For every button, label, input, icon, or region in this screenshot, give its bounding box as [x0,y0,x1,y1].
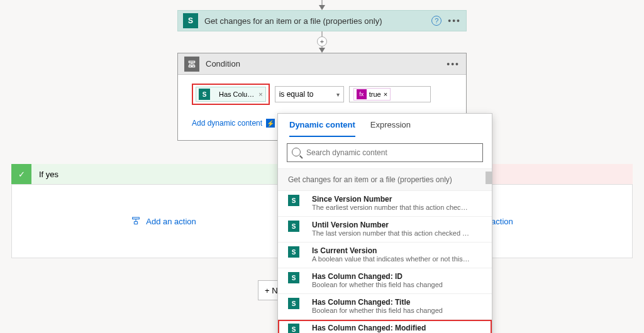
condition-header[interactable]: Condition ••• [178,53,466,75]
trigger-card[interactable]: S Get changes for an item or a file (pro… [177,10,467,31]
dynamic-content-label: Add dynamic content [192,119,262,128]
condition-right-operand[interactable]: fx true × [349,86,431,102]
list-item[interactable]: S Until Version NumberThe last version n… [278,217,492,243]
item-title: Until Version Number [312,221,470,229]
item-desc: Boolean for whether this field has chang… [312,307,443,314]
item-desc: The earliest version number that this ac… [312,204,470,211]
new-step-label: + N [265,286,278,295]
dynamic-token-has-column[interactable]: S Has Colu… × [196,87,266,102]
item-title: Has Column Changed: Title [312,298,443,307]
dynamic-section-header: Get changes for an item or a file (prope… [278,168,492,191]
chevron-down-icon: ▾ [336,91,340,98]
search-input[interactable] [287,143,483,162]
list-item[interactable]: S Since Version NumberThe earliest versi… [278,191,492,217]
sharepoint-icon: S [183,13,198,28]
insert-step-button[interactable]: + [317,36,327,46]
trigger-title: Get changes for an item or a file (prope… [204,16,431,26]
condition-left-operand[interactable]: S Has Colu… × [192,84,270,105]
sharepoint-icon: S [288,221,299,232]
item-desc: A boolean value that indicates whether o… [312,255,470,263]
search-icon [292,148,301,156]
operator-label: is equal to [279,90,314,99]
check-icon: ✓ [11,164,31,184]
item-title: Has Column Changed: ID [312,272,443,281]
condition-title: Condition [206,59,240,68]
dynamic-list: S Since Version NumberThe earliest versi… [278,191,492,333]
if-yes-branch: ✓ If yes Add an action [11,164,316,258]
dynamic-content-icon: ⚡ [266,119,275,128]
condition-icon [184,57,199,72]
item-title: Is Current Version [312,246,470,255]
condition-more-icon[interactable]: ••• [447,59,460,69]
if-yes-header[interactable]: ✓ If yes [11,164,316,184]
item-title: Since Version Number [312,195,470,204]
sharepoint-icon: S [288,246,299,258]
list-item[interactable]: S Has Column Changed: IDBoolean for whet… [278,268,492,294]
item-title: Has Column Changed: Modified [312,324,443,332]
add-action-label: Add an action [146,217,196,226]
operator-select[interactable]: is equal to ▾ [275,86,344,102]
item-desc: Boolean for whether this field has chang… [312,281,443,288]
tab-expression[interactable]: Expression [370,120,411,137]
dynamic-content-panel: Dynamic content Expression Get changes f… [277,113,492,333]
list-item-highlighted[interactable]: S Has Column Changed: ModifiedBoolean fo… [278,320,492,333]
tab-dynamic-content[interactable]: Dynamic content [289,120,355,137]
sharepoint-icon: S [288,324,299,333]
svg-rect-0 [133,217,140,219]
help-icon[interactable]: ? [431,16,441,26]
remove-token-icon[interactable]: × [384,90,387,98]
value-label: true [369,90,381,98]
sharepoint-icon: S [288,272,299,283]
add-dynamic-content-link[interactable]: Add dynamic content ⚡ [192,119,275,128]
remove-token-icon[interactable]: × [258,90,262,98]
list-item[interactable]: S Has Column Changed: TitleBoolean for w… [278,294,492,320]
if-yes-label: If yes [39,170,58,179]
sharepoint-icon: S [288,195,299,206]
expression-token-true[interactable]: fx true × [353,88,391,101]
list-item[interactable]: S Is Current VersionA boolean value that… [278,243,492,268]
scrollbar-thumb[interactable] [486,172,492,184]
add-action-yes[interactable]: Add an action [131,216,196,226]
sharepoint-icon: S [288,298,299,309]
item-desc: The last version number that this action… [312,229,470,237]
token-label: Has Colu… [219,90,254,98]
trigger-more-icon[interactable]: ••• [448,16,461,26]
fx-icon: fx [357,89,367,99]
sharepoint-icon: S [199,89,210,100]
